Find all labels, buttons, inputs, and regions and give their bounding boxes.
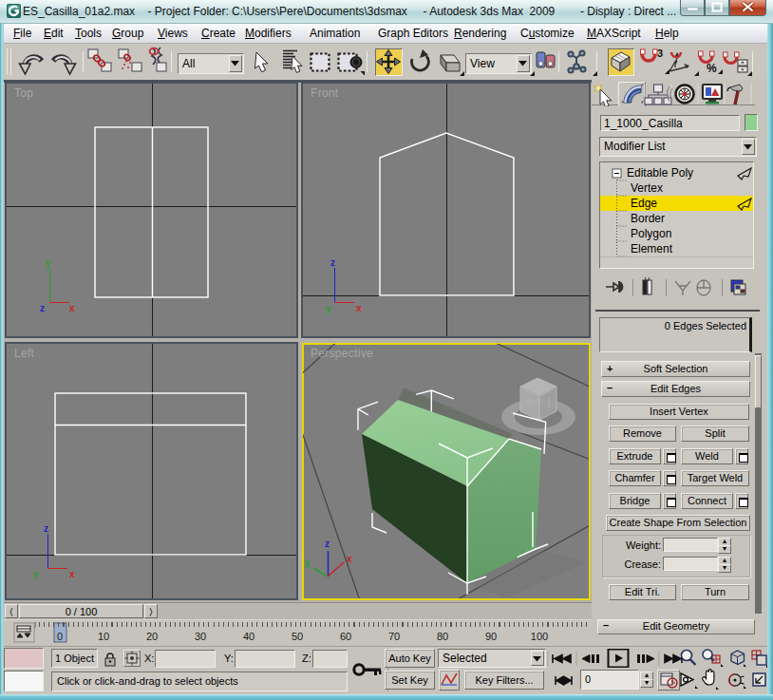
svg-text:0: 0 [57,631,63,642]
svg-text:10: 10 [98,631,109,642]
svg-text:y: y [46,257,51,268]
svg-text:y: y [305,558,311,568]
svg-text:z: z [325,539,330,549]
svg-text:x: x [347,554,352,564]
svg-text:50: 50 [292,631,303,642]
svg-text:3: 3 [657,47,663,59]
svg-text:90: 90 [485,631,497,642]
svg-text:x: x [69,569,75,579]
svg-text:x: x [356,303,362,313]
svg-text:100: 100 [531,631,548,642]
svg-text:40: 40 [243,631,255,642]
svg-text:y: y [326,303,331,313]
svg-text:30: 30 [195,631,206,642]
svg-text:x: x [69,303,75,313]
svg-text:y: y [33,569,39,579]
svg-text:20: 20 [146,631,158,642]
svg-text:80: 80 [437,631,448,642]
svg-text:z: z [40,303,45,313]
svg-text:z: z [44,523,48,534]
svg-text:z: z [330,257,335,268]
svg-text:70: 70 [388,631,400,642]
svg-text:60: 60 [340,631,351,642]
svg-text:%: % [707,62,717,75]
